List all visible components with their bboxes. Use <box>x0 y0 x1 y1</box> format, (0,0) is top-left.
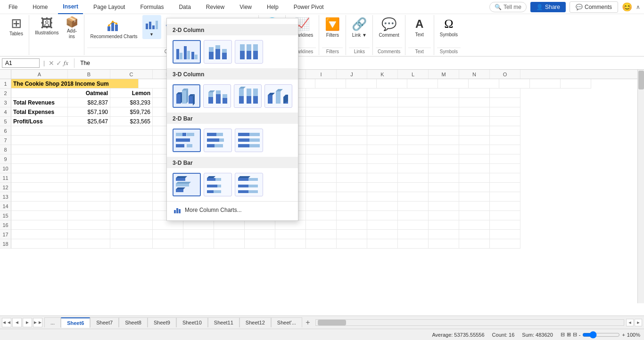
cell-n9[interactable] <box>459 154 490 164</box>
cell-o12[interactable] <box>490 183 520 192</box>
cell-o4[interactable] <box>490 107 520 117</box>
tab-file[interactable]: File <box>4 0 22 14</box>
cell-n1[interactable] <box>530 79 561 89</box>
cell-a8[interactable] <box>11 145 68 154</box>
cell-l16[interactable] <box>398 220 429 230</box>
cell-n10[interactable] <box>459 164 490 173</box>
zoom-in-btn[interactable]: + <box>622 332 625 338</box>
cell-e16[interactable] <box>183 220 214 230</box>
cell-l8[interactable] <box>398 145 429 154</box>
cell-a6[interactable] <box>11 126 68 136</box>
cell-c9[interactable] <box>110 154 153 164</box>
cell-b2[interactable]: Oatmeal <box>68 89 110 98</box>
cell-l2[interactable] <box>398 89 429 98</box>
cell-n11[interactable] <box>459 173 490 183</box>
cell-k7[interactable] <box>367 136 398 145</box>
tab-home[interactable]: Home <box>28 0 52 14</box>
cell-c12[interactable] <box>110 183 153 192</box>
cell-k17[interactable] <box>367 230 398 239</box>
cell-g17[interactable] <box>245 230 275 239</box>
cell-k8[interactable] <box>367 145 398 154</box>
cell-e17[interactable] <box>183 230 214 239</box>
cell-m12[interactable] <box>429 183 459 192</box>
sheet-tab-ellipsis[interactable]: ... <box>44 317 61 327</box>
cell-b3[interactable]: $82,837 <box>68 98 110 107</box>
cell-n7[interactable] <box>459 136 490 145</box>
horizontal-scrollbar[interactable] <box>315 319 624 326</box>
cell-i1[interactable] <box>377 79 407 89</box>
cell-j6[interactable] <box>337 126 367 136</box>
cell-i17[interactable] <box>306 230 337 239</box>
cancel-formula-icon[interactable]: ✕ <box>49 59 54 67</box>
illustrations-button[interactable]: 🖼 Illustrations <box>32 15 62 38</box>
cell-j4[interactable] <box>337 107 367 117</box>
cell-m15[interactable] <box>429 211 459 220</box>
sheet-tab-prev-prev[interactable]: ◄◄ <box>2 318 11 327</box>
100pct-stacked-column-2d-button[interactable] <box>235 40 263 64</box>
cell-k13[interactable] <box>367 192 398 202</box>
cell-reference-box[interactable] <box>2 58 40 68</box>
cell-i2[interactable] <box>306 89 337 98</box>
cell-c17[interactable] <box>110 230 153 239</box>
cell-m1[interactable] <box>499 79 530 89</box>
cell-k4[interactable] <box>367 107 398 117</box>
ribbon-collapse-icon[interactable]: ∧ <box>636 4 640 10</box>
cell-k12[interactable] <box>367 183 398 192</box>
cell-i14[interactable] <box>306 202 337 211</box>
cell-o7[interactable] <box>490 136 520 145</box>
stacked-column-3d-button[interactable] <box>203 84 231 108</box>
cell-j11[interactable] <box>337 173 367 183</box>
cell-i7[interactable] <box>306 136 337 145</box>
cell-i13[interactable] <box>306 192 337 202</box>
cell-i6[interactable] <box>306 126 337 136</box>
cell-l9[interactable] <box>398 154 429 164</box>
cell-n3[interactable] <box>459 98 490 107</box>
cell-o18[interactable] <box>490 239 520 249</box>
cell-h17[interactable] <box>275 230 306 239</box>
cell-a16[interactable] <box>11 220 68 230</box>
tab-help[interactable]: Help <box>262 0 283 14</box>
cell-k2[interactable] <box>367 89 398 98</box>
cell-j7[interactable] <box>337 136 367 145</box>
cell-h16[interactable] <box>275 220 306 230</box>
cell-k1[interactable] <box>438 79 469 89</box>
page-layout-icon[interactable]: ⊞ <box>567 332 571 338</box>
cell-b13[interactable] <box>68 192 110 202</box>
cell-k9[interactable] <box>367 154 398 164</box>
tab-review[interactable]: Review <box>201 0 229 14</box>
cell-k15[interactable] <box>367 211 398 220</box>
cell-f17[interactable] <box>214 230 245 239</box>
cell-a13[interactable] <box>11 192 68 202</box>
scroll-right-btn[interactable]: ► <box>635 319 642 326</box>
cell-j8[interactable] <box>337 145 367 154</box>
cell-b9[interactable] <box>68 154 110 164</box>
cell-b14[interactable] <box>68 202 110 211</box>
cell-k5[interactable] <box>367 117 398 126</box>
cell-l17[interactable] <box>398 230 429 239</box>
100pct-stacked-column-3d-button[interactable] <box>234 84 262 108</box>
cell-j3[interactable] <box>337 98 367 107</box>
cell-g16[interactable] <box>245 220 275 230</box>
cell-a10[interactable] <box>11 164 68 173</box>
cell-m2[interactable] <box>429 89 459 98</box>
cell-a7[interactable] <box>11 136 68 145</box>
cell-a12[interactable] <box>11 183 68 192</box>
cell-l3[interactable] <box>398 98 429 107</box>
tab-insert[interactable]: Insert <box>58 0 83 14</box>
cell-k14[interactable] <box>367 202 398 211</box>
text-button[interactable]: A Text <box>408 15 431 40</box>
sheet-tab-sheet9[interactable]: Sheet9 <box>148 317 176 327</box>
formula-input[interactable] <box>78 59 642 67</box>
cell-n13[interactable] <box>459 192 490 202</box>
cell-l6[interactable] <box>398 126 429 136</box>
cell-c6[interactable] <box>110 126 153 136</box>
cell-a17[interactable] <box>11 230 68 239</box>
cell-i11[interactable] <box>306 173 337 183</box>
page-break-icon[interactable]: ⊟ <box>573 332 577 338</box>
cell-k10[interactable] <box>367 164 398 173</box>
cell-m6[interactable] <box>429 126 459 136</box>
add-sheet-button[interactable]: + <box>302 317 314 328</box>
cell-c11[interactable] <box>110 173 153 183</box>
cell-j10[interactable] <box>337 164 367 173</box>
addins-button[interactable]: 📦 Add-ins <box>62 15 81 41</box>
